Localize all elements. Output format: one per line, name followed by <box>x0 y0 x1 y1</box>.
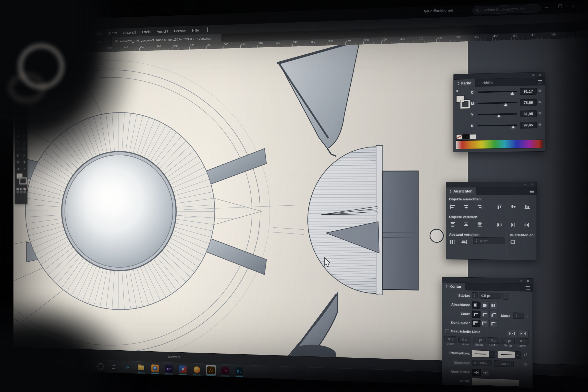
draw-normal-icon[interactable] <box>16 191 19 193</box>
salign-center-button[interactable] <box>472 320 480 327</box>
scale-start-stepper[interactable]: ▲▼100% <box>472 360 492 366</box>
color-spectrum-bar[interactable] <box>456 140 543 149</box>
close-button[interactable]: ✕ <box>570 4 576 9</box>
collapse-panel-icon[interactable]: «« <box>520 279 522 282</box>
corner-miter-button[interactable] <box>472 310 480 318</box>
taskbar-search-icon[interactable] <box>82 360 92 372</box>
blend-tool-icon[interactable]: ◑ <box>21 166 27 171</box>
taskbar-photoshop-icon[interactable]: Ps <box>234 365 245 377</box>
weight-dropdown-icon[interactable]: ⌄ <box>502 293 509 300</box>
mesh-tool-icon[interactable]: ▦ <box>15 159 21 165</box>
align-center-v-button[interactable] <box>508 203 518 210</box>
magic-wand-tool-icon[interactable]: ✶ <box>15 114 21 119</box>
selection-tool-icon[interactable]: ▶ <box>15 107 21 113</box>
free-transform-tool-icon[interactable]: ▢ <box>21 146 27 152</box>
taskbar-start-icon[interactable] <box>68 360 79 371</box>
miter-limit-value[interactable]: 2 <box>513 312 524 319</box>
arrow-align-1-button[interactable] <box>472 369 481 376</box>
dash-field-value[interactable]: 0 pt <box>487 337 500 344</box>
menu-hilfe[interactable]: Hilfe <box>192 28 199 32</box>
pen-tool-icon[interactable]: ✎ <box>15 120 21 126</box>
taskbar-premiere-icon[interactable]: Pr <box>164 363 174 374</box>
swap-colors-icon[interactable]: ▣ <box>456 89 459 92</box>
chevron-down-icon[interactable]: ⌄ <box>515 351 521 359</box>
dash-field-value[interactable]: 0 pt <box>444 336 457 342</box>
dash-field-value[interactable]: 0 pt <box>472 337 486 343</box>
taskbar-firefox-icon[interactable] <box>192 364 202 376</box>
salign-in-button[interactable] <box>480 320 489 327</box>
tab-ausrichten[interactable]: ▲▼Ausrichten <box>446 188 476 195</box>
black-swatch[interactable] <box>463 134 469 140</box>
pencil-tool-icon[interactable]: ✐ <box>21 133 27 138</box>
link-scale-icon[interactable]: ⧉ <box>524 362 527 366</box>
tab-kontur[interactable]: ▲▼Kontur <box>442 282 465 290</box>
align-center-h-button[interactable] <box>462 203 471 210</box>
edit-toolbar-icon[interactable]: … <box>15 195 27 198</box>
taskbar-explorer-icon[interactable] <box>136 362 146 374</box>
eyedropper-tool-icon[interactable]: ◢ <box>15 166 21 171</box>
channel-slider-thumb[interactable] <box>511 126 515 128</box>
arrowhead-start-dropdown[interactable] <box>472 350 490 358</box>
dash-preset-2-button[interactable] <box>518 330 528 337</box>
close-icon[interactable]: ✕ <box>215 36 218 40</box>
menu-datei[interactable]: Datei <box>56 32 64 37</box>
perspective-grid-tool-icon[interactable]: ◫ <box>21 152 27 158</box>
close-panel-icon[interactable]: ✕ <box>539 73 542 77</box>
dash-field-value[interactable]: 0 pt <box>516 338 529 345</box>
dist-top-button[interactable] <box>448 220 458 228</box>
scale-tool-icon[interactable]: ◿ <box>21 140 27 145</box>
revert-colors-icon[interactable]: ↰ <box>462 89 465 92</box>
dash-field-value[interactable]: 0 pt <box>458 337 472 343</box>
close-icon[interactable]: ✕ <box>104 40 106 43</box>
profile-dropdown[interactable] <box>472 378 519 386</box>
panel-menu-icon[interactable] <box>526 286 530 290</box>
dist-center-v-button[interactable] <box>462 220 471 228</box>
color-button[interactable] <box>16 188 19 190</box>
align-right-button[interactable] <box>475 203 484 210</box>
none-swatch[interactable] <box>456 134 462 140</box>
channel-slider-thumb[interactable] <box>510 92 514 95</box>
taskbar-indesign-icon[interactable]: Id <box>220 365 230 377</box>
menu-effekt[interactable]: Effekt <box>142 30 151 34</box>
taskbar-cortana-icon[interactable] <box>95 361 106 372</box>
channel-value[interactable]: 97,45 <box>520 122 537 128</box>
cap-project-button[interactable] <box>490 302 498 309</box>
rectangle-tool-icon[interactable]: ▭ <box>21 126 27 132</box>
shape-builder-tool-icon[interactable]: ◧ <box>15 152 21 158</box>
channel-slider-thumb[interactable] <box>497 114 501 117</box>
weight-stepper[interactable]: ▲▼ <box>472 292 478 298</box>
collapse-panel-icon[interactable]: «« <box>524 183 526 186</box>
weight-value[interactable]: 0,5 pt <box>479 292 501 299</box>
rotate-tool-icon[interactable]: ↻ <box>15 140 21 145</box>
dash-field-value[interactable]: 0 pt <box>502 338 515 344</box>
panel-menu-icon[interactable] <box>538 80 542 84</box>
dist-bottom-button[interactable] <box>475 220 484 228</box>
align-left-button[interactable] <box>448 203 458 210</box>
dist-right-button[interactable] <box>522 221 532 228</box>
channel-value[interactable]: 91,17 <box>520 88 537 95</box>
close-panel-icon[interactable]: ✕ <box>527 279 530 283</box>
taskbar-illustrator-icon[interactable]: Ai <box>206 364 216 376</box>
channel-slider-thumb[interactable] <box>504 103 508 106</box>
corner-bevel-button[interactable] <box>490 311 498 318</box>
menu-ansicht[interactable]: Ansicht <box>157 29 168 33</box>
chevron-down-icon[interactable]: ⌄ <box>489 350 495 358</box>
dist-left-button[interactable] <box>495 221 504 228</box>
panel-menu-icon[interactable] <box>530 189 534 194</box>
corner-round-button[interactable] <box>480 311 489 318</box>
taskbar-edge-icon[interactable]: e <box>122 362 133 374</box>
menu-schrift[interactable]: Schrift <box>108 30 117 35</box>
menu-objekt[interactable]: Objekt <box>92 31 102 36</box>
collapse-icon[interactable]: » <box>15 103 27 106</box>
dashed-line-checkbox[interactable] <box>445 329 449 333</box>
space-h-button[interactable] <box>460 238 469 246</box>
align-to-dropdown[interactable]: ⌄ <box>510 239 520 245</box>
gradient-tool-icon[interactable]: ◨ <box>21 159 27 164</box>
arrow-align-2-button[interactable] <box>481 369 490 376</box>
menu-fenster[interactable]: Fenster <box>174 28 186 33</box>
collapse-panel-icon[interactable]: «« <box>532 73 534 76</box>
width-tool-tool-icon[interactable]: ≈ <box>15 146 21 152</box>
align-top-button[interactable] <box>495 203 504 210</box>
tab-farbhilfe[interactable]: Farbhilfe <box>475 79 496 87</box>
dash-preset-1-button[interactable] <box>507 330 518 337</box>
